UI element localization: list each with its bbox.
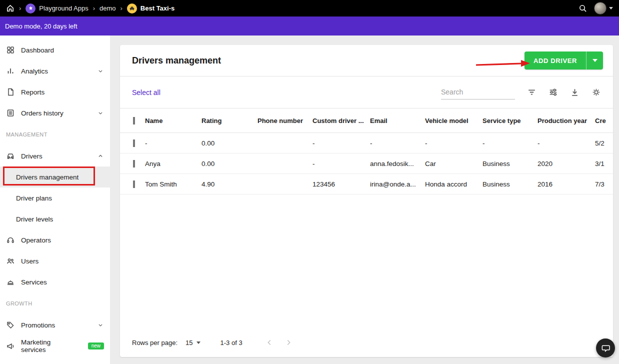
sidebar-item-orders-history[interactable]: Orders history [0, 102, 110, 124]
breadcrumb-separator: › [93, 4, 95, 12]
sidebar-item-drivers[interactable]: Drivers [0, 146, 110, 166]
table-row[interactable]: Anya 0.00 - anna.fedosik... Car Business… [120, 154, 613, 174]
column-header-name[interactable]: Name [145, 117, 202, 124]
sidebar-section-growth: GROWTH [0, 292, 110, 314]
tune-icon[interactable] [548, 88, 558, 97]
sidebar-item-label: Services [21, 278, 47, 286]
sidebar-section-management: MANAGEMENT [0, 124, 110, 146]
cell-service: - [482, 140, 538, 147]
breadcrumb-demo[interactable]: demo [100, 4, 116, 12]
column-header-production-year[interactable]: Production year [538, 117, 595, 124]
sidebar-item-services[interactable]: Services [0, 272, 110, 292]
avatar [594, 2, 606, 14]
search-input[interactable] [441, 86, 515, 100]
cell-name: Anya [145, 160, 202, 168]
cell-created: 7/3 [595, 180, 613, 188]
sidebar-item-analytics[interactable]: Analytics [0, 60, 110, 82]
cell-created: 3/1 [595, 160, 613, 168]
gear-icon[interactable] [592, 88, 601, 97]
cell-created: 5/2 [595, 140, 613, 147]
cell-service: Business [482, 160, 538, 168]
sidebar-item-reports[interactable]: Reports [0, 82, 110, 102]
sidebar-item-driver-plans[interactable]: Driver plans [0, 188, 110, 208]
table-header-row: Name Rating Phone number Custom driver .… [120, 108, 613, 133]
demo-mode-text: Demo mode, 20 days left [5, 22, 78, 30]
sidebar-item-label: Dashboard [21, 46, 54, 54]
column-header-phone[interactable]: Phone number [258, 117, 312, 124]
rows-per-page-select[interactable]: 15 [186, 339, 200, 346]
sidebar-item-promotions[interactable]: Promotions [0, 314, 110, 336]
services-icon [6, 278, 15, 286]
breadcrumb-best-taxi[interactable]: Best Taxi-s [127, 4, 174, 14]
cell-email: - [370, 140, 425, 147]
profile-menu[interactable] [594, 2, 613, 14]
sidebar-item-label: Users [21, 258, 38, 265]
pagination-range: 1-3 of 3 [220, 339, 242, 346]
table-row[interactable]: - 0.00 - - - - - 5/2 [120, 133, 613, 154]
orders-history-icon [6, 108, 15, 118]
promotions-icon [6, 320, 15, 330]
sidebar-item-label: Analytics [21, 68, 48, 75]
sidebar-subitem-label: Driver plans [16, 194, 52, 202]
cell-rating: 4.90 [202, 180, 258, 188]
add-driver-dropdown-button[interactable] [586, 52, 603, 70]
cell-name: Tom Smith [145, 180, 202, 188]
page-title: Drivers management [132, 56, 221, 66]
cell-vehicle: Honda accord [425, 180, 482, 188]
breadcrumb-playground-apps[interactable]: Playground Apps [26, 4, 88, 14]
home-icon[interactable] [6, 4, 14, 12]
taxi-app-avatar [127, 4, 137, 14]
sidebar-subitem-label: Driver levels [16, 216, 53, 223]
column-header-created[interactable]: Cre [595, 117, 613, 124]
cell-name: - [145, 140, 202, 147]
caret-down-icon [196, 342, 200, 344]
previous-page-button[interactable] [266, 338, 274, 346]
sidebar-item-drivers-management[interactable]: Drivers management [0, 166, 110, 188]
sidebar-item-label: Orders history [21, 110, 64, 117]
search-icon[interactable] [578, 4, 587, 12]
breadcrumb-label: Playground Apps [39, 4, 88, 12]
cell-custom-driver: 123456 [312, 180, 370, 188]
cell-email: anna.fedosik... [370, 160, 425, 168]
row-checkbox[interactable] [133, 160, 135, 168]
users-icon [6, 256, 15, 266]
column-header-email[interactable]: Email [370, 117, 425, 124]
chevron-down-icon [609, 7, 613, 10]
rows-per-page-value: 15 [186, 339, 192, 346]
cell-year: - [538, 140, 595, 147]
sidebar-item-dashboard[interactable]: Dashboard [0, 40, 110, 60]
row-checkbox[interactable] [133, 180, 135, 188]
filter-icon[interactable] [527, 88, 536, 97]
sidebar-item-label: Reports [21, 88, 44, 96]
chevron-down-icon [97, 322, 104, 328]
chat-launcher-button[interactable] [596, 338, 615, 358]
sidebar-subitem-label: Drivers management [16, 174, 78, 181]
select-all-link[interactable]: Select all [132, 88, 160, 96]
column-header-custom-driver[interactable]: Custom driver ... [312, 117, 370, 124]
breadcrumb-label: Best Taxi-s [140, 4, 174, 12]
column-header-rating[interactable]: Rating [202, 117, 258, 124]
sidebar-item-marketing-services[interactable]: Marketing services new [0, 336, 110, 356]
cell-vehicle: Car [425, 160, 482, 168]
add-driver-button[interactable]: ADD DRIVER [524, 52, 586, 70]
breadcrumb-separator: › [19, 4, 21, 12]
download-icon[interactable] [570, 88, 580, 97]
cell-custom-driver: - [312, 160, 370, 168]
table-row[interactable]: Tom Smith 4.90 123456 irina@onde.a... Ho… [120, 174, 613, 194]
row-checkbox[interactable] [133, 140, 135, 147]
column-header-vehicle-model[interactable]: Vehicle model [425, 117, 482, 124]
headset-icon [6, 236, 15, 244]
marketing-icon [6, 342, 15, 350]
column-header-service-type[interactable]: Service type [482, 117, 538, 124]
cell-year: 2020 [538, 160, 595, 168]
sidebar-item-driver-levels[interactable]: Driver levels [0, 208, 110, 230]
sidebar: Dashboard Analytics Reports Orders histo… [0, 36, 110, 364]
caret-down-icon [592, 59, 598, 62]
chevron-down-icon [97, 110, 104, 116]
next-page-button[interactable] [284, 338, 292, 346]
sidebar-item-users[interactable]: Users [0, 250, 110, 272]
select-all-checkbox[interactable] [133, 117, 135, 124]
analytics-icon [6, 66, 15, 76]
cell-vehicle: - [425, 140, 482, 147]
sidebar-item-operators[interactable]: Operators [0, 230, 110, 250]
